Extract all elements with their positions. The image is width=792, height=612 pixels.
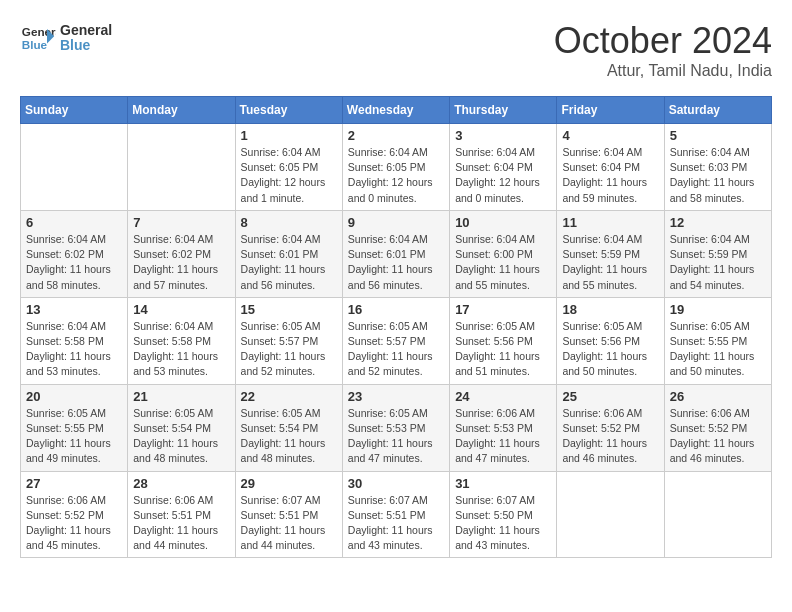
day-number: 22 xyxy=(241,389,337,404)
calendar-day-cell: 9Sunrise: 6:04 AM Sunset: 6:01 PM Daylig… xyxy=(342,210,449,297)
day-info: Sunrise: 6:06 AM Sunset: 5:51 PM Dayligh… xyxy=(133,493,229,554)
day-number: 5 xyxy=(670,128,766,143)
day-number: 7 xyxy=(133,215,229,230)
day-number: 2 xyxy=(348,128,444,143)
day-info: Sunrise: 6:05 AM Sunset: 5:57 PM Dayligh… xyxy=(348,319,444,380)
title-section: October 2024 Attur, Tamil Nadu, India xyxy=(554,20,772,80)
logo: General Blue General Blue xyxy=(20,20,112,56)
calendar-day-cell: 16Sunrise: 6:05 AM Sunset: 5:57 PM Dayli… xyxy=(342,297,449,384)
day-number: 31 xyxy=(455,476,551,491)
weekday-header-row: SundayMondayTuesdayWednesdayThursdayFrid… xyxy=(21,97,772,124)
day-info: Sunrise: 6:05 AM Sunset: 5:56 PM Dayligh… xyxy=(455,319,551,380)
calendar-day-cell: 1Sunrise: 6:04 AM Sunset: 6:05 PM Daylig… xyxy=(235,124,342,211)
calendar-day-cell: 5Sunrise: 6:04 AM Sunset: 6:03 PM Daylig… xyxy=(664,124,771,211)
weekday-header-saturday: Saturday xyxy=(664,97,771,124)
calendar-week-row: 1Sunrise: 6:04 AM Sunset: 6:05 PM Daylig… xyxy=(21,124,772,211)
day-info: Sunrise: 6:05 AM Sunset: 5:57 PM Dayligh… xyxy=(241,319,337,380)
day-info: Sunrise: 6:04 AM Sunset: 6:05 PM Dayligh… xyxy=(241,145,337,206)
day-info: Sunrise: 6:06 AM Sunset: 5:52 PM Dayligh… xyxy=(670,406,766,467)
day-number: 9 xyxy=(348,215,444,230)
day-info: Sunrise: 6:04 AM Sunset: 6:00 PM Dayligh… xyxy=(455,232,551,293)
day-info: Sunrise: 6:07 AM Sunset: 5:51 PM Dayligh… xyxy=(241,493,337,554)
calendar-day-cell: 25Sunrise: 6:06 AM Sunset: 5:52 PM Dayli… xyxy=(557,384,664,471)
day-info: Sunrise: 6:06 AM Sunset: 5:52 PM Dayligh… xyxy=(26,493,122,554)
day-number: 6 xyxy=(26,215,122,230)
logo-icon: General Blue xyxy=(20,20,56,56)
day-info: Sunrise: 6:04 AM Sunset: 6:02 PM Dayligh… xyxy=(26,232,122,293)
empty-cell xyxy=(664,471,771,558)
day-info: Sunrise: 6:06 AM Sunset: 5:53 PM Dayligh… xyxy=(455,406,551,467)
calendar-day-cell: 11Sunrise: 6:04 AM Sunset: 5:59 PM Dayli… xyxy=(557,210,664,297)
weekday-header-wednesday: Wednesday xyxy=(342,97,449,124)
weekday-header-friday: Friday xyxy=(557,97,664,124)
calendar-day-cell: 17Sunrise: 6:05 AM Sunset: 5:56 PM Dayli… xyxy=(450,297,557,384)
day-info: Sunrise: 6:04 AM Sunset: 6:04 PM Dayligh… xyxy=(455,145,551,206)
day-number: 26 xyxy=(670,389,766,404)
day-number: 29 xyxy=(241,476,337,491)
calendar-week-row: 20Sunrise: 6:05 AM Sunset: 5:55 PM Dayli… xyxy=(21,384,772,471)
calendar-body: 1Sunrise: 6:04 AM Sunset: 6:05 PM Daylig… xyxy=(21,124,772,558)
day-number: 4 xyxy=(562,128,658,143)
day-info: Sunrise: 6:05 AM Sunset: 5:53 PM Dayligh… xyxy=(348,406,444,467)
calendar-day-cell: 22Sunrise: 6:05 AM Sunset: 5:54 PM Dayli… xyxy=(235,384,342,471)
month-title: October 2024 xyxy=(554,20,772,62)
day-number: 20 xyxy=(26,389,122,404)
calendar-day-cell: 12Sunrise: 6:04 AM Sunset: 5:59 PM Dayli… xyxy=(664,210,771,297)
day-number: 27 xyxy=(26,476,122,491)
day-number: 30 xyxy=(348,476,444,491)
weekday-header-tuesday: Tuesday xyxy=(235,97,342,124)
calendar-week-row: 27Sunrise: 6:06 AM Sunset: 5:52 PM Dayli… xyxy=(21,471,772,558)
calendar-day-cell: 26Sunrise: 6:06 AM Sunset: 5:52 PM Dayli… xyxy=(664,384,771,471)
weekday-header-monday: Monday xyxy=(128,97,235,124)
day-info: Sunrise: 6:05 AM Sunset: 5:55 PM Dayligh… xyxy=(26,406,122,467)
day-info: Sunrise: 6:04 AM Sunset: 5:58 PM Dayligh… xyxy=(26,319,122,380)
weekday-header-sunday: Sunday xyxy=(21,97,128,124)
calendar-day-cell: 21Sunrise: 6:05 AM Sunset: 5:54 PM Dayli… xyxy=(128,384,235,471)
calendar-day-cell: 30Sunrise: 6:07 AM Sunset: 5:51 PM Dayli… xyxy=(342,471,449,558)
calendar-day-cell: 29Sunrise: 6:07 AM Sunset: 5:51 PM Dayli… xyxy=(235,471,342,558)
calendar-week-row: 6Sunrise: 6:04 AM Sunset: 6:02 PM Daylig… xyxy=(21,210,772,297)
calendar-day-cell: 6Sunrise: 6:04 AM Sunset: 6:02 PM Daylig… xyxy=(21,210,128,297)
location-title: Attur, Tamil Nadu, India xyxy=(554,62,772,80)
calendar-day-cell: 3Sunrise: 6:04 AM Sunset: 6:04 PM Daylig… xyxy=(450,124,557,211)
day-number: 24 xyxy=(455,389,551,404)
calendar-day-cell: 31Sunrise: 6:07 AM Sunset: 5:50 PM Dayli… xyxy=(450,471,557,558)
day-info: Sunrise: 6:05 AM Sunset: 5:54 PM Dayligh… xyxy=(133,406,229,467)
calendar-table: SundayMondayTuesdayWednesdayThursdayFrid… xyxy=(20,96,772,558)
day-number: 18 xyxy=(562,302,658,317)
calendar-day-cell: 10Sunrise: 6:04 AM Sunset: 6:00 PM Dayli… xyxy=(450,210,557,297)
calendar-day-cell: 28Sunrise: 6:06 AM Sunset: 5:51 PM Dayli… xyxy=(128,471,235,558)
day-info: Sunrise: 6:07 AM Sunset: 5:50 PM Dayligh… xyxy=(455,493,551,554)
day-info: Sunrise: 6:05 AM Sunset: 5:54 PM Dayligh… xyxy=(241,406,337,467)
day-number: 15 xyxy=(241,302,337,317)
day-number: 19 xyxy=(670,302,766,317)
day-number: 10 xyxy=(455,215,551,230)
day-number: 12 xyxy=(670,215,766,230)
day-number: 11 xyxy=(562,215,658,230)
calendar-day-cell: 19Sunrise: 6:05 AM Sunset: 5:55 PM Dayli… xyxy=(664,297,771,384)
day-info: Sunrise: 6:07 AM Sunset: 5:51 PM Dayligh… xyxy=(348,493,444,554)
calendar-week-row: 13Sunrise: 6:04 AM Sunset: 5:58 PM Dayli… xyxy=(21,297,772,384)
day-info: Sunrise: 6:05 AM Sunset: 5:55 PM Dayligh… xyxy=(670,319,766,380)
day-number: 16 xyxy=(348,302,444,317)
weekday-header-thursday: Thursday xyxy=(450,97,557,124)
day-number: 21 xyxy=(133,389,229,404)
logo-line2: Blue xyxy=(60,38,112,53)
day-info: Sunrise: 6:04 AM Sunset: 6:04 PM Dayligh… xyxy=(562,145,658,206)
day-number: 23 xyxy=(348,389,444,404)
day-info: Sunrise: 6:04 AM Sunset: 6:02 PM Dayligh… xyxy=(133,232,229,293)
day-info: Sunrise: 6:04 AM Sunset: 6:01 PM Dayligh… xyxy=(348,232,444,293)
day-number: 8 xyxy=(241,215,337,230)
calendar-day-cell: 2Sunrise: 6:04 AM Sunset: 6:05 PM Daylig… xyxy=(342,124,449,211)
calendar-day-cell: 7Sunrise: 6:04 AM Sunset: 6:02 PM Daylig… xyxy=(128,210,235,297)
calendar-day-cell: 20Sunrise: 6:05 AM Sunset: 5:55 PM Dayli… xyxy=(21,384,128,471)
calendar-header: SundayMondayTuesdayWednesdayThursdayFrid… xyxy=(21,97,772,124)
day-number: 28 xyxy=(133,476,229,491)
day-info: Sunrise: 6:05 AM Sunset: 5:56 PM Dayligh… xyxy=(562,319,658,380)
day-info: Sunrise: 6:04 AM Sunset: 5:58 PM Dayligh… xyxy=(133,319,229,380)
calendar-day-cell: 24Sunrise: 6:06 AM Sunset: 5:53 PM Dayli… xyxy=(450,384,557,471)
day-info: Sunrise: 6:04 AM Sunset: 6:05 PM Dayligh… xyxy=(348,145,444,206)
calendar-day-cell: 23Sunrise: 6:05 AM Sunset: 5:53 PM Dayli… xyxy=(342,384,449,471)
calendar-day-cell: 8Sunrise: 6:04 AM Sunset: 6:01 PM Daylig… xyxy=(235,210,342,297)
logo-line1: General xyxy=(60,23,112,38)
